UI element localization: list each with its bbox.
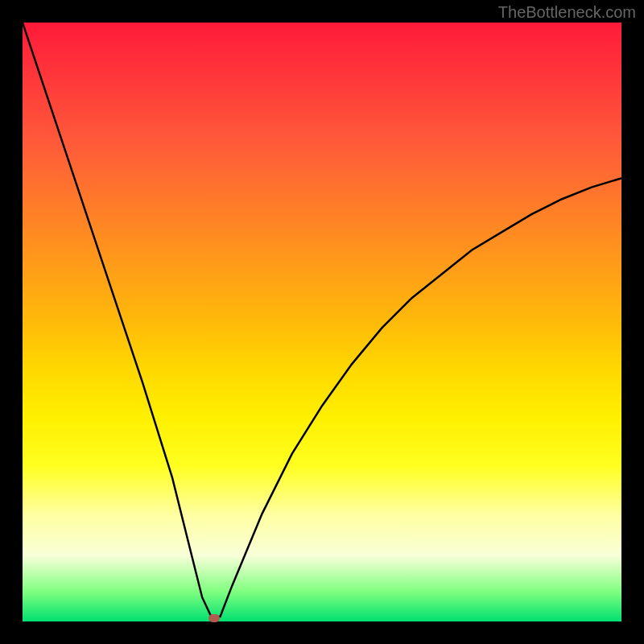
bottleneck-curve bbox=[23, 23, 621, 621]
watermark-label: TheBottleneck.com bbox=[498, 3, 636, 22]
minimum-marker bbox=[208, 614, 220, 622]
chart-plot-area bbox=[23, 23, 621, 621]
